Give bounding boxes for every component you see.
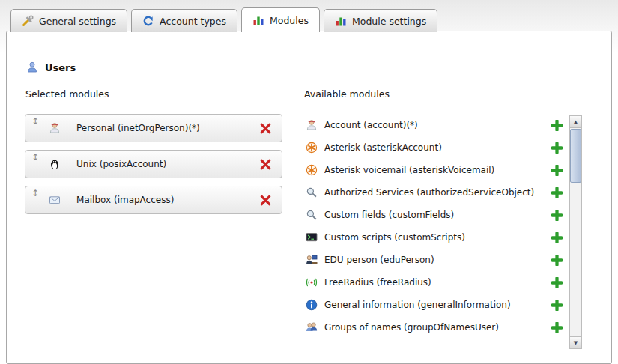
available-module-row: FreeRadius (freeRadius)	[304, 271, 566, 294]
add-module-button[interactable]	[550, 163, 563, 177]
add-module-button[interactable]	[550, 321, 563, 334]
red-x-icon	[260, 195, 271, 206]
available-module-label: EDU person (eduPerson)	[324, 255, 550, 265]
bar-chart-icon	[252, 14, 264, 26]
scrollbar-down-button[interactable]: ▼	[570, 336, 581, 348]
available-modules-scrollbar[interactable]: ▲ ▼	[569, 115, 582, 349]
tab-bar: General settings Account types Modules	[10, 7, 437, 32]
available-module-label: Authorized Services (authorizedServiceOb…	[324, 187, 550, 198]
green-plus-icon	[551, 142, 563, 154]
bar-chart-icon	[335, 15, 347, 27]
add-module-button[interactable]	[550, 141, 563, 154]
add-module-button[interactable]	[550, 298, 563, 312]
drag-handle[interactable]: ↕	[31, 115, 39, 126]
tab-general-settings[interactable]: General settings	[10, 9, 127, 32]
section-divider	[23, 79, 598, 79]
available-module-row: General information (generalInformation)	[304, 294, 566, 316]
green-plus-icon	[551, 255, 563, 266]
green-plus-icon	[551, 187, 563, 198]
red-x-icon	[260, 123, 271, 134]
green-plus-icon	[551, 322, 563, 333]
available-module-label: Account (account)(*)	[324, 120, 550, 130]
selected-module-row: ↕ Mailbox (imapAccess)	[25, 186, 282, 214]
add-module-button[interactable]	[550, 276, 563, 289]
tab-label: Account types	[160, 16, 226, 27]
remove-module-button[interactable]	[258, 121, 272, 135]
user-icon	[26, 61, 38, 73]
penguin-icon	[49, 158, 61, 170]
selected-module-label: Mailbox (imapAccess)	[76, 195, 174, 205]
green-plus-icon	[551, 165, 563, 176]
tab-label: Module settings	[352, 16, 426, 27]
magnifier-icon	[306, 186, 318, 198]
drag-handle[interactable]: ↕	[31, 151, 39, 162]
edu-person-icon	[306, 254, 318, 266]
tab-modules[interactable]: Modules	[241, 7, 320, 32]
antenna-icon	[306, 276, 318, 288]
asterisk-icon	[306, 142, 318, 154]
available-module-label: Asterisk (asteriskAccount)	[324, 142, 550, 153]
lam-configuration-screen: General settings Account types Modules	[0, 0, 618, 364]
envelope-icon	[49, 194, 61, 206]
available-module-label: Groups of names (groupOfNamesUser)	[324, 322, 550, 333]
drag-handle[interactable]: ↕	[31, 186, 39, 198]
selected-module-label: Unix (posixAccount)	[76, 159, 166, 169]
scrollbar-thumb[interactable]	[570, 129, 581, 183]
available-module-row: EDU person (eduPerson)	[304, 249, 566, 271]
available-module-label: Custom fields (customFields)	[324, 210, 550, 220]
group-icon	[306, 321, 318, 333]
section-title: Users	[45, 62, 76, 73]
green-plus-icon	[551, 120, 563, 131]
add-module-button[interactable]	[550, 231, 563, 244]
green-plus-icon	[551, 232, 563, 243]
selected-module-label: Personal (inetOrgPerson)(*)	[76, 123, 200, 133]
person-icon	[306, 119, 318, 131]
person-icon	[49, 122, 61, 134]
selected-module-row: ↕ Personal (inetOrgPerson)(*)	[25, 114, 282, 142]
users-section-heading: Users	[26, 61, 76, 73]
tab-label: General settings	[39, 16, 116, 27]
refresh-icon	[142, 15, 154, 27]
available-modules-list: Account (account)(*) Asterisk (ast	[304, 114, 566, 339]
available-module-label: Custom scripts (customScripts)	[324, 232, 550, 243]
green-plus-icon	[551, 210, 563, 221]
remove-module-button[interactable]	[258, 157, 272, 171]
add-module-button[interactable]	[550, 208, 563, 222]
add-module-button[interactable]	[550, 118, 563, 132]
available-module-row: Account (account)(*)	[304, 114, 566, 136]
add-module-button[interactable]	[550, 253, 563, 267]
available-module-label: General information (generalInformation)	[324, 300, 550, 310]
tools-icon	[22, 15, 34, 27]
terminal-icon	[306, 231, 318, 243]
red-x-icon	[260, 159, 271, 170]
available-module-row: Groups of names (groupOfNamesUser)	[304, 316, 566, 339]
tab-label: Modules	[270, 15, 309, 26]
modules-panel: Users Selected modules Available modules…	[6, 31, 612, 364]
available-module-row: Custom fields (customFields)	[304, 204, 566, 226]
selected-modules-header: Selected modules	[25, 88, 109, 100]
available-modules-header: Available modules	[304, 88, 390, 100]
available-module-row: Asterisk voicemail (asteriskVoicemail)	[304, 159, 566, 181]
scrollbar-up-button[interactable]: ▲	[570, 116, 581, 128]
tab-module-settings[interactable]: Module settings	[324, 9, 437, 32]
available-module-label: FreeRadius (freeRadius)	[324, 277, 550, 288]
selected-module-row: ↕ Unix (posixAccount)	[25, 150, 282, 178]
asterisk-icon	[306, 164, 318, 176]
available-module-row: Asterisk (asteriskAccount)	[304, 136, 566, 159]
magnifier-icon	[306, 209, 318, 221]
green-plus-icon	[551, 300, 563, 311]
available-module-row: Custom scripts (customScripts)	[304, 226, 566, 249]
tab-account-types[interactable]: Account types	[131, 9, 237, 32]
add-module-button[interactable]	[550, 186, 563, 199]
available-module-row: Authorized Services (authorizedServiceOb…	[304, 181, 566, 204]
available-module-label: Asterisk voicemail (asteriskVoicemail)	[324, 165, 550, 175]
info-icon	[306, 299, 318, 311]
remove-module-button[interactable]	[258, 193, 272, 207]
green-plus-icon	[551, 277, 563, 288]
selected-modules-list: ↕ Personal (inetOrgPerson)(*) ↕	[25, 114, 282, 222]
